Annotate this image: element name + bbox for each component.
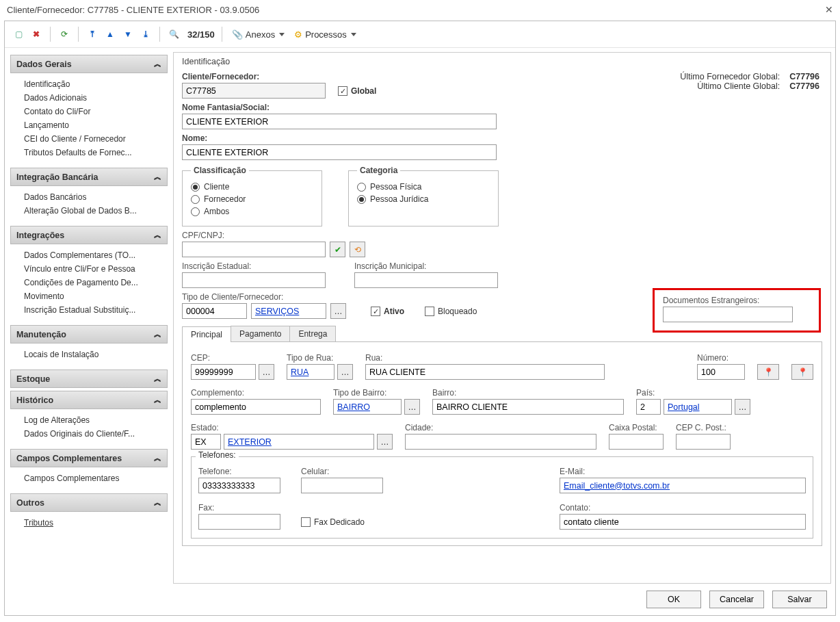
sidebar-item[interactable]: Tributos [24, 516, 168, 530]
chevron-up-icon: ︽ [154, 230, 161, 240]
tipo-codigo-input[interactable] [182, 303, 247, 319]
tab-principal[interactable]: Principal [182, 326, 231, 342]
sidebar-header[interactable]: Dados Gerais︽ [10, 55, 168, 73]
sidebar-item[interactable]: Inscrição Estadual Substituiç... [24, 303, 168, 317]
delete-icon[interactable]: ✖ [29, 27, 43, 41]
cep-lookup-button[interactable]: … [259, 364, 274, 380]
sidebar-item[interactable]: Log de Alterações [24, 413, 168, 427]
estado-nome-input[interactable] [224, 434, 374, 450]
telefones-legend: Telefones: [196, 450, 239, 460]
cep-input[interactable] [191, 364, 256, 380]
ok-button[interactable]: OK [646, 591, 701, 608]
radio-cliente[interactable]: Cliente [191, 182, 313, 192]
global-checkbox[interactable] [338, 86, 347, 96]
nome-fantasia-input[interactable] [182, 114, 497, 129]
tab-pagamento[interactable]: Pagamento [231, 326, 290, 341]
email-input[interactable] [560, 478, 806, 493]
processos-menu[interactable]: ⚙ Processos [291, 28, 359, 41]
tipo-bairro-lookup-button[interactable]: … [404, 399, 420, 415]
bloqueado-checkbox[interactable] [425, 307, 434, 316]
radio-fornecedor[interactable]: Fornecedor [191, 194, 313, 204]
complemento-input[interactable] [191, 399, 321, 415]
sidebar-item[interactable]: Contato do Cli/For [24, 105, 168, 118]
last-record-icon[interactable]: ⤓ [139, 27, 153, 41]
chevron-down-icon [351, 33, 356, 36]
doc-estrangeiros-input[interactable] [663, 307, 793, 322]
bairro-input[interactable] [432, 399, 624, 415]
anexos-menu[interactable]: 📎 Anexos [229, 28, 287, 41]
contato-input[interactable] [560, 514, 806, 530]
sidebar-item[interactable]: Dados Bancários [24, 190, 168, 204]
celular-input[interactable] [301, 478, 383, 493]
sidebar-item[interactable]: Vínculo entre Cli/For e Pessoa [24, 262, 168, 276]
sidebar-header[interactable]: Outros︽ [10, 493, 168, 512]
celular-label: Celular: [301, 467, 383, 476]
sidebar-item[interactable]: Locais de Instalação [24, 348, 168, 361]
pais-nome-input[interactable] [664, 399, 732, 415]
cep-cpostal-input[interactable] [676, 434, 731, 450]
tipo-desc-input[interactable] [251, 303, 326, 319]
telefone-input[interactable] [198, 478, 280, 493]
fax-dedicado-checkbox[interactable] [301, 517, 311, 527]
cancelar-button[interactable]: Cancelar [709, 591, 764, 608]
ultimo-cliente-label: Último Cliente Global: [664, 81, 780, 91]
sidebar-header[interactable]: Histórico︽ [10, 391, 168, 409]
insc-estadual-label: Inscrição Estadual: [182, 261, 326, 271]
sidebar-header[interactable]: Campos Complementares︽ [10, 449, 168, 467]
rua-input[interactable] [365, 364, 605, 380]
radio-pessoa-juridica[interactable]: Pessoa Jurídica [357, 194, 490, 204]
pais-cod-input[interactable] [636, 399, 661, 415]
tipo-bairro-input[interactable] [333, 399, 402, 415]
ativo-checkbox[interactable] [371, 307, 380, 316]
tipo-rua-lookup-button[interactable]: … [337, 364, 353, 380]
next-record-icon[interactable]: ▼ [121, 27, 135, 41]
estado-cod-input[interactable] [191, 434, 221, 450]
sidebar-item[interactable]: Movimento [24, 289, 168, 303]
sidebar-header[interactable]: Integração Bancária︽ [10, 168, 168, 186]
radio-pessoa-fisica[interactable]: Pessoa Física [357, 182, 490, 192]
refresh-icon[interactable]: ⟳ [57, 27, 71, 41]
tipo-rua-input[interactable] [287, 364, 334, 380]
cpf-cnpj-input[interactable] [182, 242, 326, 257]
sidebar-header[interactable]: Estoque︽ [10, 370, 168, 388]
nome-input[interactable] [182, 144, 497, 160]
new-icon[interactable]: ▢ [12, 27, 25, 41]
telefone-label: Telefone: [198, 467, 280, 476]
first-record-icon[interactable]: ⤒ [86, 27, 99, 41]
insc-municipal-input[interactable] [354, 272, 498, 288]
caixa-postal-input[interactable] [609, 434, 664, 450]
cidade-input[interactable] [405, 434, 596, 450]
sidebar-item[interactable]: Dados Adicionais [24, 91, 168, 105]
sidebar-item[interactable]: Dados Originais do Cliente/F... [24, 427, 168, 441]
prev-record-icon[interactable]: ▲ [103, 27, 117, 41]
estado-lookup-button[interactable]: … [377, 434, 393, 450]
sidebar-header[interactable]: Integrações︽ [10, 226, 168, 244]
map-pin-icon[interactable]: 📍 [757, 364, 779, 380]
sidebar-item[interactable]: CEI do Cliente / Fornecedor [24, 132, 168, 146]
find-icon[interactable]: 🔍 [167, 27, 181, 41]
sidebar-item[interactable]: Campos Complementares [24, 471, 168, 485]
refresh-cpf-icon[interactable]: ⟲ [350, 242, 365, 257]
radio-ambos[interactable]: Ambos [191, 207, 313, 216]
tab-entrega[interactable]: Entrega [289, 326, 336, 341]
sidebar-item[interactable]: Identificação [24, 77, 168, 91]
tipo-lookup-button[interactable]: … [330, 303, 346, 319]
ultimo-cliente-value: C77796 [789, 81, 819, 91]
sidebar-item[interactable]: Tributos Defaults de Fornec... [24, 146, 168, 159]
numero-input[interactable] [697, 364, 745, 380]
sidebar-header[interactable]: Manutenção︽ [10, 325, 168, 344]
codigo-input[interactable] [182, 83, 326, 99]
validate-cpf-icon[interactable]: ✔ [330, 242, 345, 257]
map-pin2-icon[interactable]: 📍 [791, 364, 813, 380]
salvar-button[interactable]: Salvar [772, 591, 827, 608]
window-close-icon[interactable]: ✕ [825, 4, 833, 15]
insc-estadual-input[interactable] [182, 272, 326, 288]
sidebar-item[interactable]: Alteração Global de Dados B... [24, 204, 168, 218]
sidebar-item[interactable]: Dados Complementares (TO... [24, 248, 168, 262]
chevron-up-icon: ︽ [154, 453, 161, 463]
pais-lookup-button[interactable]: … [735, 399, 750, 415]
sidebar-item[interactable]: Condições de Pagamento De... [24, 276, 168, 289]
fax-input[interactable] [198, 514, 280, 530]
rua-label: Rua: [365, 353, 685, 363]
sidebar-item[interactable]: Lançamento [24, 118, 168, 132]
